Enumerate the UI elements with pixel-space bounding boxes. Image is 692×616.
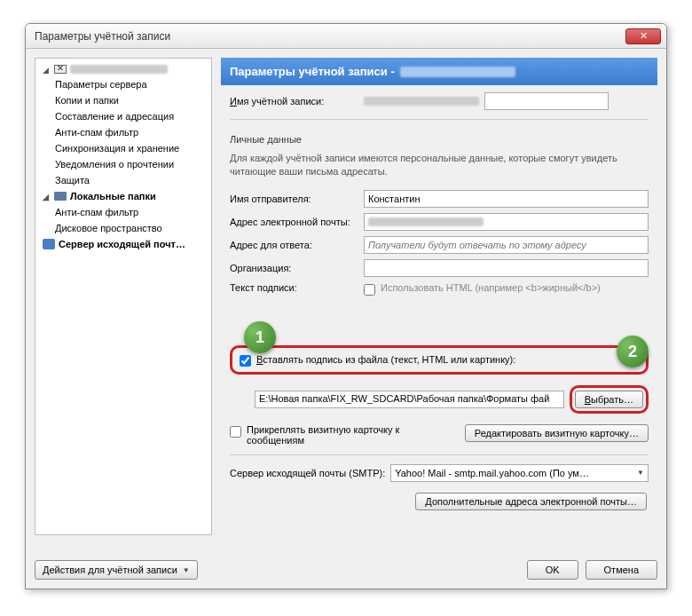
sidebar-item-server[interactable]: Параметры сервера [35,76,211,92]
sidebar-item-local-antispam[interactable]: Анти-спам фильтр [35,204,211,220]
sidebar-item-antispam[interactable]: Анти-спам фильтр [35,124,211,140]
close-icon: ✕ [640,30,648,42]
personal-data-help: Для каждой учётной записи имеются персон… [230,152,649,179]
panel-header-text: Параметры учётной записи - [230,65,395,78]
email-input[interactable] [364,213,649,231]
outgoing-server-label: Сервер исходящей почт… [59,239,185,249]
sender-name-label: Имя отправителя: [230,193,358,204]
header-account-redacted [400,67,515,77]
close-button[interactable]: ✕ [625,28,661,44]
signature-file-checkbox[interactable] [240,355,251,367]
account-name-value-redacted [364,97,479,106]
smtp-label: Сервер исходящей почты (SMTP): [230,468,385,478]
vcard-checkbox[interactable] [230,426,241,438]
annotation-callout-1: 1 [244,321,276,353]
signature-file-row-highlight: Вставлять подпись из файла (текст, HTML … [230,345,649,375]
server-icon [43,239,55,249]
account-settings-dialog: Параметры учётной записи ✕ ◢ Параметры с… [25,23,667,589]
titlebar: Параметры учётной записи ✕ [26,24,666,49]
chevron-down-icon: ▼ [183,566,190,574]
sidebar-item-copies[interactable]: Копии и папки [35,92,211,108]
ok-button[interactable]: OK [527,560,578,580]
sig-text-label: Текст подписи: [230,282,358,293]
account-name-label: ИИмя учётной записи:мя учётной записи: [230,96,358,107]
personal-data-heading: Личные данные [230,134,649,145]
mail-icon [54,65,67,74]
email-label: Адрес электронной почты: [230,217,358,227]
panel-header: Параметры учётной записи - [221,58,657,85]
reply-label: Адрес для ответа: [230,240,358,250]
chevron-down-icon: ▼ [637,469,644,477]
signature-file-label: Вставлять подпись из файла (текст, HTML … [256,354,515,365]
extra-addresses-button[interactable]: Дополнительные адреса электронной почты… [415,493,647,510]
window-title: Параметры учётной записи [31,30,170,43]
cancel-button[interactable]: Отмена [586,560,657,580]
sidebar-local-folders[interactable]: ◢ Локальные папки [35,188,211,204]
use-html-checkbox[interactable] [364,284,375,296]
dialog-body: ◢ Параметры сервера Копии и папки Состав… [26,49,666,544]
sidebar-item-security[interactable]: Защита [35,172,211,188]
sidebar-item-receipts[interactable]: Уведомления о прочтении [35,156,211,172]
edit-vcard-button[interactable]: Редактировать визитную карточку… [465,424,649,442]
sidebar-item-sync[interactable]: Синхронизация и хранение [35,140,211,156]
reply-input[interactable] [364,236,649,254]
annotation-callout-2: 2 [617,336,649,367]
collapse-icon: ◢ [43,66,51,74]
folder-icon [54,192,67,201]
org-label: Организация: [230,263,358,273]
sidebar: ◢ Параметры сервера Копии и папки Состав… [35,58,212,535]
email-value-redacted [368,217,484,226]
account-actions-label: Действия для учётной записи [43,565,177,575]
sidebar-item-composition[interactable]: Составление и адресация [35,108,211,124]
account-actions-button[interactable]: Действия для учётной записи ▼ [35,560,198,580]
form-area: ИИмя учётной записи:мя учётной записи: Л… [221,85,657,517]
account-name-redacted [70,65,168,74]
account-name-input[interactable] [484,92,609,110]
choose-button-highlight: Выбрать… Выбрать… [570,385,649,414]
sidebar-account-root[interactable]: ◢ [35,62,211,76]
vcard-label: Прикреплять визитную карточку к сообщени… [247,424,460,446]
choose-button[interactable]: Выбрать… [575,391,643,408]
org-input[interactable] [364,259,649,277]
sender-name-input[interactable] [364,190,649,208]
sidebar-item-local-disk[interactable]: Дисковое пространство [35,220,211,236]
collapse-icon: ◢ [43,193,51,201]
smtp-value: Yahoo! Mail - smtp.mail.yahoo.com (По ум… [395,468,589,478]
local-folders-label: Локальные папки [70,191,156,201]
signature-file-path[interactable]: E:\Новая папка\FIX_RW_SDCARD\Рабочая пап… [255,391,564,408]
use-html-label: Использовать HTML (например <b>жирный</b… [381,282,601,293]
main-panel: Параметры учётной записи - ИИмя учётной … [221,58,657,535]
sidebar-outgoing-server[interactable]: Сервер исходящей почт… [35,236,211,252]
smtp-select[interactable]: Yahoo! Mail - smtp.mail.yahoo.com (По ум… [390,464,649,482]
dialog-footer: Действия для учётной записи ▼ OK Отмена [35,560,657,580]
